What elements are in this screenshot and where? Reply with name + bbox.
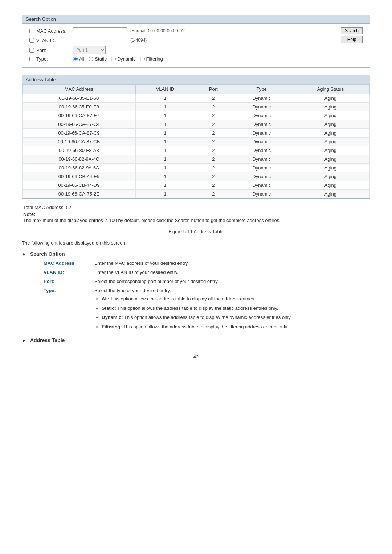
table-cell-mac: 00-19-66-80-F8-A3 <box>23 146 136 155</box>
field-desc-port: Select the corresponding port number of … <box>94 279 370 284</box>
table-cell-port: 2 <box>195 103 232 111</box>
table-cell-aging: Aging <box>291 129 369 138</box>
address-table-section-title: ► Address Table <box>22 337 370 343</box>
col-mac-address: MAC Address <box>23 85 136 94</box>
type-dynamic-text: Dynamic <box>117 56 136 62</box>
mac-address-input[interactable] <box>73 27 127 34</box>
type-dynamic-label[interactable]: Dynamic <box>111 56 136 62</box>
help-button[interactable]: Help <box>341 36 363 43</box>
table-cell-type: Dynamic <box>232 120 291 129</box>
table-cell-vlan: 1 <box>135 120 195 129</box>
vlan-id-label-text: VLAN ID: <box>36 38 56 43</box>
col-aging-status: Aging Status <box>291 85 369 94</box>
search-option-section-title: ► Search Option <box>22 251 370 257</box>
table-cell-port: 2 <box>195 172 232 181</box>
field-table: MAC Address: Enter the MAC address of yo… <box>44 260 370 332</box>
search-option-title: Search Option <box>26 16 56 22</box>
table-row: 00-19-66-CA-87-C412DynamicAging <box>23 120 370 129</box>
table-cell-aging: Aging <box>291 190 369 198</box>
type-label[interactable]: Type: <box>29 56 73 62</box>
bullet-all: All: This option allows the address tabl… <box>102 295 370 303</box>
table-cell-vlan: 1 <box>135 103 195 111</box>
field-name-mac: MAC Address: <box>44 260 94 266</box>
vlan-id-label[interactable]: VLAN ID: <box>29 38 73 43</box>
type-filtering-radio[interactable] <box>140 57 145 61</box>
type-radio-group: All Static Dynamic Filtering <box>73 56 163 62</box>
field-type: Type: Select the type of your desired en… <box>44 288 370 332</box>
port-checkbox[interactable] <box>29 48 34 53</box>
total-mac: Total MAC Address: 52 <box>23 205 369 210</box>
field-name-type: Type: <box>44 288 94 293</box>
table-cell-aging: Aging <box>291 120 369 129</box>
table-cell-mac: 00-19-66-CA-87-C4 <box>23 120 136 129</box>
table-cell-type: Dynamic <box>232 103 291 111</box>
table-cell-vlan: 1 <box>135 111 195 120</box>
table-cell-aging: Aging <box>291 155 369 164</box>
arrow-icon-2: ► <box>22 338 26 343</box>
type-dynamic-radio[interactable] <box>111 57 116 61</box>
table-cell-aging: Aging <box>291 103 369 111</box>
table-cell-type: Dynamic <box>232 146 291 155</box>
search-fields: MAC Address: (Format: 00-00-00-00-00-01)… <box>29 27 337 64</box>
table-cell-vlan: 1 <box>135 164 195 172</box>
vlan-id-checkbox[interactable] <box>29 38 34 43</box>
table-cell-aging: Aging <box>291 164 369 172</box>
type-all-radio[interactable] <box>73 57 78 61</box>
type-all-label[interactable]: All <box>73 56 84 62</box>
table-cell-mac: 00-19-66-35-E1-50 <box>23 94 136 103</box>
table-cell-mac: 00-19-66-82-9A-4C <box>23 155 136 164</box>
table-row: 00-19-66-82-9A-6A12DynamicAging <box>23 164 370 172</box>
note-text: The maximum of the displayed entries is … <box>23 218 369 223</box>
field-port: Port: Select the corresponding port numb… <box>44 279 370 284</box>
table-cell-aging: Aging <box>291 138 369 146</box>
col-type: Type <box>232 85 291 94</box>
address-table-panel: Address Table MAC Address VLAN ID Port T… <box>22 75 370 199</box>
bullet-static: Static: This option allows the address t… <box>102 305 370 312</box>
mac-address-checkbox[interactable] <box>29 29 34 33</box>
mac-address-label[interactable]: MAC Address: <box>29 28 73 34</box>
table-row: 00-19-66-CA-75-2E12DynamicAging <box>23 190 370 198</box>
vlan-id-hint: (1-4094) <box>130 38 147 43</box>
bullet-dynamic-bold: Dynamic: <box>102 315 123 320</box>
table-row: 00-19-66-82-9A-4C12DynamicAging <box>23 155 370 164</box>
search-option-panel: Search Option MAC Address: (Format: 00-0… <box>22 15 370 68</box>
bullet-static-bold: Static: <box>102 305 116 311</box>
table-row: 00-19-66-CB-44-E512DynamicAging <box>23 172 370 181</box>
table-cell-vlan: 1 <box>135 146 195 155</box>
search-buttons-group: Search Help <box>341 27 363 43</box>
address-table-section-label: Address Table <box>30 337 65 343</box>
search-button[interactable]: Search <box>341 27 363 34</box>
table-cell-type: Dynamic <box>232 164 291 172</box>
table-cell-mac: 00-19-66-CB-44-D9 <box>23 181 136 190</box>
table-cell-type: Dynamic <box>232 172 291 181</box>
vlan-id-input[interactable] <box>73 37 127 44</box>
field-vlan-id: VLAN ID: Enter the VLAN ID of your desir… <box>44 270 370 275</box>
table-cell-port: 2 <box>195 155 232 164</box>
type-intro-text: Select the type of your desired entry. <box>94 288 171 293</box>
table-cell-type: Dynamic <box>232 129 291 138</box>
table-cell-mac: 00-19-66-CA-75-2E <box>23 190 136 198</box>
description-intro: The following entries are displayed on t… <box>22 240 370 246</box>
address-table: MAC Address VLAN ID Port Type Aging Stat… <box>22 84 370 198</box>
field-desc-type: Select the type of your desired entry. A… <box>94 288 370 332</box>
table-cell-mac: 00-19-66-CA-87-E7 <box>23 111 136 120</box>
type-filtering-label[interactable]: Filtering <box>140 56 163 62</box>
table-cell-type: Dynamic <box>232 155 291 164</box>
bullet-filtering: Filtering: This option allows the addres… <box>102 323 370 331</box>
type-static-radio[interactable] <box>89 57 93 61</box>
type-filtering-text: Filtering <box>146 56 163 62</box>
port-label[interactable]: Port: <box>29 48 73 53</box>
table-cell-type: Dynamic <box>232 190 291 198</box>
address-table-wrapper[interactable]: MAC Address VLAN ID Port Type Aging Stat… <box>22 84 370 198</box>
table-cell-port: 2 <box>195 94 232 103</box>
type-static-label[interactable]: Static <box>89 56 107 62</box>
table-cell-vlan: 1 <box>135 190 195 198</box>
table-cell-aging: Aging <box>291 111 369 120</box>
table-cell-mac: 00-19-66-35-E0-E8 <box>23 103 136 111</box>
type-bullet-list: All: This option allows the address tabl… <box>94 295 370 330</box>
table-row: 00-19-66-CB-44-D912DynamicAging <box>23 181 370 190</box>
table-row: 00-19-66-80-F8-A312DynamicAging <box>23 146 370 155</box>
type-checkbox[interactable] <box>29 57 34 61</box>
port-select[interactable]: Port 1 <box>73 46 106 54</box>
type-static-text: Static <box>95 56 107 62</box>
